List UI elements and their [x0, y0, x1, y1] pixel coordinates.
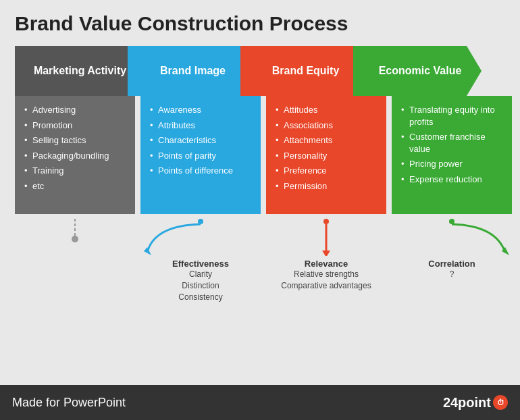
main-content: Brand Value Construction Process Marketi…: [0, 0, 520, 385]
label-cell-2: Effectiveness ClarityDistinctionConsiste…: [140, 259, 261, 303]
app-container: Brand Value Construction Process Marketi…: [0, 0, 520, 420]
arrow-svg-2: [140, 219, 261, 256]
arrow-cell-2: [140, 217, 261, 257]
col-brand-equity: Attitudes Associations Attachments Perso…: [266, 96, 386, 214]
list-item: Awareness: [150, 104, 251, 116]
list-item: Packaging/bundling: [24, 150, 126, 162]
marketing-list: Advertising Promotion Selling tactics Pa…: [24, 104, 126, 195]
arrow-svg-3: [266, 219, 386, 256]
arrow-svg-1: [15, 219, 135, 256]
banner-row: Marketing Activity Brand Image Brand Equ…: [15, 46, 505, 96]
list-item: Points of parity: [150, 150, 251, 162]
list-item: Permission: [276, 180, 377, 192]
svg-marker-5: [322, 251, 330, 256]
list-item: Characteristics: [150, 134, 251, 147]
list-item: Points of difference: [150, 165, 251, 177]
label-effectiveness-sub: ClarityDistinctionConsistency: [143, 269, 258, 303]
footer: Made for PowerPoint 24point ⏱: [0, 385, 520, 420]
list-item: Pricing power: [401, 158, 502, 170]
label-cell-4: Correlation ?: [392, 259, 512, 303]
list-item: Expense reduction: [401, 174, 502, 186]
logo-text: 24point: [443, 395, 491, 411]
list-item: Promotion: [24, 120, 126, 132]
svg-marker-3: [144, 247, 151, 255]
arrow-svg-4: [392, 219, 512, 256]
segment-brand-image: Brand Image: [128, 46, 253, 96]
list-item: Advertising: [24, 104, 126, 116]
list-item: Customer franchise value: [401, 131, 502, 155]
list-item: Personality: [276, 150, 377, 162]
page-title: Brand Value Construction Process: [15, 12, 505, 35]
label-cell-1: [15, 259, 135, 303]
brand-equity-list: Attitudes Associations Attachments Perso…: [276, 104, 377, 195]
arrow-cell-3: [266, 217, 386, 257]
svg-point-1: [72, 236, 78, 242]
list-item: Attributes: [150, 120, 251, 132]
segment-economic: Economic Value: [353, 46, 482, 96]
brand-image-list: Awareness Attributes Characteristics Poi…: [150, 104, 251, 180]
label-relevance: Relevance: [269, 259, 384, 269]
arrows-row: [15, 217, 505, 257]
col-marketing: Advertising Promotion Selling tactics Pa…: [15, 96, 135, 214]
col-brand-image: Awareness Attributes Characteristics Poi…: [140, 96, 261, 214]
col-economic: Translating equity into profits Customer…: [392, 96, 512, 214]
footer-text: Made for PowerPoint: [12, 396, 126, 410]
label-relevance-sub: Relative strengthsComparative advantages: [269, 269, 384, 292]
segment-marketing: Marketing Activity: [15, 46, 140, 96]
list-item: Attitudes: [276, 104, 377, 116]
segment-brand-equity: Brand Equity: [240, 46, 365, 96]
clock-icon: ⏱: [497, 398, 504, 406]
svg-point-4: [323, 219, 329, 224]
list-item: Training: [24, 165, 126, 177]
content-area: Advertising Promotion Selling tactics Pa…: [15, 96, 505, 214]
list-item: etc: [24, 180, 126, 192]
footer-logo: 24point ⏱: [443, 395, 508, 411]
label-correlation-sub: ?: [394, 269, 509, 280]
arrow-cell-1: [15, 217, 135, 257]
logo-icon: ⏱: [493, 395, 508, 410]
labels-row: Effectiveness ClarityDistinctionConsiste…: [15, 259, 505, 303]
label-effectiveness: Effectiveness: [143, 259, 258, 269]
arrow-cell-4: [392, 217, 512, 257]
label-cell-3: Relevance Relative strengthsComparative …: [266, 259, 386, 303]
list-item: Associations: [276, 120, 377, 132]
economic-list: Translating equity into profits Customer…: [401, 104, 502, 188]
label-correlation: Correlation: [394, 259, 509, 269]
list-item: Selling tactics: [24, 134, 126, 147]
list-item: Translating equity into profits: [401, 104, 502, 128]
list-item: Attachments: [276, 134, 377, 147]
list-item: Preference: [276, 165, 377, 177]
